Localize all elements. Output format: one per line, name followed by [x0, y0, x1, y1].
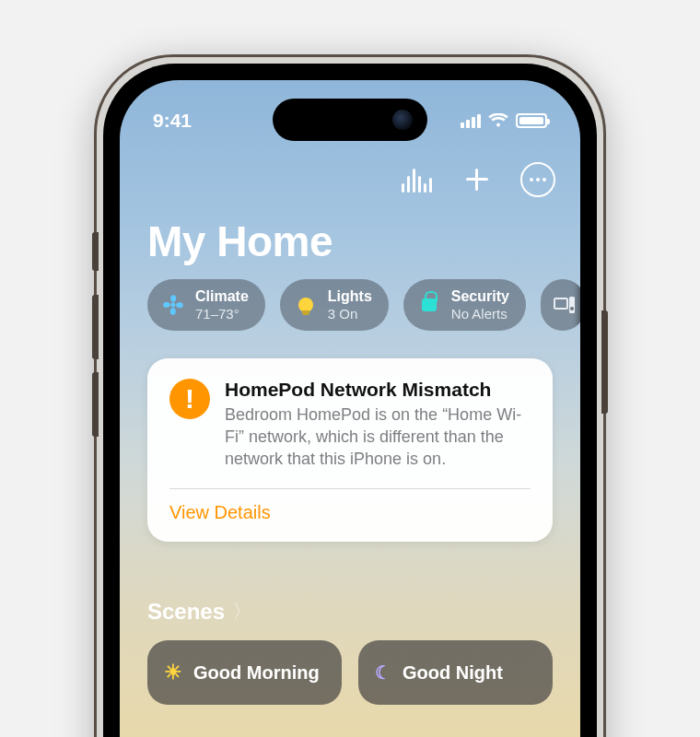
scene-label: Good Night: [402, 662, 503, 684]
warning-icon: !: [169, 379, 210, 419]
chip-sub: 71–73°: [195, 306, 249, 322]
scenes-section: Scenes 〉: [147, 598, 252, 626]
svg-rect-1: [554, 298, 567, 309]
svg-point-0: [171, 303, 176, 308]
sunrise-icon: ☀︎: [164, 661, 182, 684]
view-details-button[interactable]: View Details: [169, 502, 531, 523]
plus-icon: [466, 169, 488, 191]
chip-label: Security: [451, 288, 509, 305]
phone-frame: 9:41: [94, 54, 606, 737]
scene-good-night[interactable]: ☾ Good Night: [358, 640, 553, 705]
chip-security[interactable]: Security No Alerts: [403, 279, 526, 331]
ellipsis-circle-icon: [520, 162, 555, 197]
scene-tiles: ☀︎ Good Morning ☾ Good Night: [147, 640, 553, 705]
scenes-heading: Scenes: [147, 599, 225, 625]
chevron-right-icon: 〉: [232, 598, 252, 626]
intercom-button[interactable]: [398, 161, 435, 198]
lock-icon: [416, 292, 442, 318]
intercom-icon: [402, 167, 432, 193]
page-title: My Home: [147, 216, 332, 266]
scene-label: Good Morning: [193, 662, 320, 684]
svg-rect-2: [569, 297, 575, 313]
chip-sub: No Alerts: [451, 306, 509, 322]
chip-sub: 3 On: [328, 306, 372, 322]
scene-good-morning[interactable]: ☀︎ Good Morning: [147, 640, 342, 705]
svg-point-3: [570, 307, 574, 310]
speakers-icon: [552, 292, 578, 318]
more-button[interactable]: [519, 161, 556, 198]
screen: 9:41: [120, 80, 580, 737]
fan-icon: [160, 292, 186, 318]
alert-body: Bedroom HomePod is on the “Home Wi-Fi” n…: [225, 404, 531, 470]
alert-card: ! HomePod Network Mismatch Bedroom HomeP…: [147, 358, 553, 542]
chip-label: Lights: [328, 288, 372, 305]
status-bar: 9:41: [120, 102, 580, 139]
battery-icon: [516, 113, 547, 128]
add-button[interactable]: [459, 161, 496, 198]
status-time: 9:41: [153, 110, 192, 132]
toolbar: [398, 161, 556, 198]
scenes-header[interactable]: Scenes 〉: [147, 598, 252, 626]
category-chips: Climate 71–73° Lights 3 On: [147, 279, 580, 331]
wifi-icon: [488, 113, 508, 128]
chip-label: Climate: [195, 288, 249, 305]
divider: [169, 488, 531, 489]
cellular-icon: [461, 113, 481, 128]
chip-lights[interactable]: Lights 3 On: [280, 279, 389, 331]
moon-icon: ☾: [375, 661, 391, 684]
alert-title: HomePod Network Mismatch: [225, 379, 531, 401]
chip-climate[interactable]: Climate 71–73°: [147, 279, 265, 331]
bulb-icon: [293, 292, 319, 318]
chip-more[interactable]: [541, 279, 580, 331]
